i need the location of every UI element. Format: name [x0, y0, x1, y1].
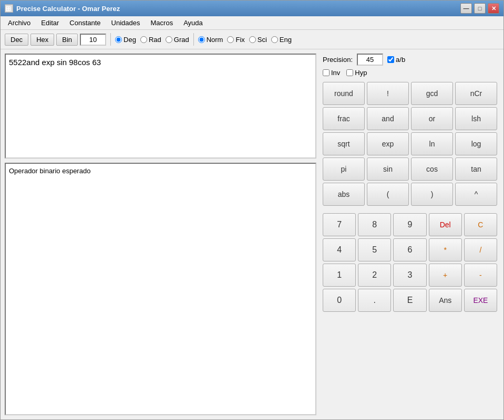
sci-radio[interactable] — [249, 36, 256, 43]
seven-button[interactable]: 7 — [323, 213, 356, 236]
gcd-button[interactable]: gcd — [411, 82, 453, 105]
toolbar: Dec Hex Bin Deg Rad Grad Norm — [1, 30, 503, 49]
norm-label: Norm — [207, 36, 223, 44]
minus-button[interactable]: - — [464, 264, 497, 287]
menu-macros[interactable]: Macros — [146, 18, 179, 28]
eng-radio[interactable] — [271, 36, 278, 43]
dec-button[interactable]: Dec — [5, 34, 28, 46]
rad-radio-label[interactable]: Rad — [140, 36, 161, 44]
precision-input[interactable] — [357, 54, 383, 66]
main-content: 5522and exp sin 98cos 63 Operador binari… — [1, 49, 503, 419]
zero-button[interactable]: 0 — [323, 289, 356, 312]
menu-unidades[interactable]: Unidades — [106, 18, 146, 28]
five-button[interactable]: 5 — [358, 238, 391, 261]
inv-checkbox-label[interactable]: Inv — [323, 69, 340, 77]
window-title: Precise Calculator - Omar Perez — [16, 5, 460, 13]
inv-checkbox[interactable] — [323, 69, 330, 76]
pi-button[interactable]: pi — [323, 158, 365, 181]
plus-button[interactable]: + — [429, 264, 462, 287]
eight-button[interactable]: 8 — [358, 213, 391, 236]
hyp-checkbox-label[interactable]: Hyp — [346, 69, 367, 77]
inv-hyp-row: Inv Hyp — [321, 69, 499, 77]
angle-group: Deg Rad Grad — [115, 36, 189, 44]
menu-archivo[interactable]: Archivo — [3, 18, 36, 28]
notation-group: Norm Fix Sci Eng — [198, 36, 292, 44]
precision-row: Precision: a/b — [321, 54, 499, 66]
bin-button[interactable]: Bin — [56, 34, 78, 46]
minimize-button[interactable]: — — [460, 3, 472, 14]
frac-button[interactable]: frac — [323, 107, 365, 130]
hyp-checkbox[interactable] — [346, 69, 353, 76]
e-button[interactable]: E — [393, 289, 426, 312]
grad-radio-label[interactable]: Grad — [166, 36, 189, 44]
nine-button[interactable]: 9 — [393, 213, 426, 236]
norm-radio[interactable] — [198, 36, 205, 43]
divide-button[interactable]: / — [464, 238, 497, 261]
eng-label: Eng — [280, 36, 292, 44]
or-button[interactable]: or — [411, 107, 453, 130]
exe-button[interactable]: EXE — [464, 289, 497, 312]
ab-checkbox[interactable] — [387, 56, 394, 63]
two-button[interactable]: 2 — [358, 264, 391, 287]
separator-2 — [193, 33, 194, 46]
ans-button[interactable]: Ans — [429, 289, 462, 312]
exp-button[interactable]: exp — [367, 132, 409, 155]
three-button[interactable]: 3 — [393, 264, 426, 287]
precision-label: Precision: — [323, 56, 353, 64]
four-button[interactable]: 4 — [323, 238, 356, 261]
menu-constante[interactable]: Constante — [64, 18, 106, 28]
six-button[interactable]: 6 — [393, 238, 426, 261]
hex-button[interactable]: Hex — [30, 34, 54, 46]
dot-button[interactable]: . — [358, 289, 391, 312]
separator-1 — [110, 33, 111, 46]
menu-editar[interactable]: Editar — [36, 18, 64, 28]
eng-radio-label[interactable]: Eng — [271, 36, 292, 44]
sci-label: Sci — [258, 36, 267, 44]
lsh-button[interactable]: lsh — [455, 107, 497, 130]
one-button[interactable]: 1 — [323, 264, 356, 287]
deg-label: Deg — [124, 36, 136, 44]
fix-radio[interactable] — [227, 36, 234, 43]
maximize-button[interactable]: □ — [474, 3, 486, 14]
ab-checkbox-label[interactable]: a/b — [387, 56, 405, 64]
expression-display[interactable]: 5522and exp sin 98cos 63 — [5, 54, 316, 159]
window-controls: — □ ✕ — [460, 3, 499, 14]
result-display: Operador binario esperado — [5, 163, 316, 415]
app-window: ⊞ Precise Calculator - Omar Perez — □ ✕ … — [0, 0, 504, 420]
close-paren-button[interactable]: ) — [411, 183, 453, 206]
rad-radio[interactable] — [140, 36, 147, 43]
digits-input[interactable] — [80, 34, 106, 46]
ln-button[interactable]: ln — [411, 132, 453, 155]
multiply-button[interactable]: * — [429, 238, 462, 261]
round-button[interactable]: round — [323, 82, 365, 105]
deg-radio-label[interactable]: Deg — [115, 36, 136, 44]
menu-bar: Archivo Editar Constante Unidades Macros… — [1, 16, 503, 30]
factorial-button[interactable]: ! — [367, 82, 409, 105]
hyp-label: Hyp — [355, 69, 367, 77]
right-panel: Precision: a/b Inv Hyp round!gc — [321, 54, 499, 415]
inv-label: Inv — [331, 69, 340, 77]
close-button[interactable]: ✕ — [488, 3, 499, 14]
norm-radio-label[interactable]: Norm — [198, 36, 223, 44]
power-button[interactable]: ^ — [455, 183, 497, 206]
fix-radio-label[interactable]: Fix — [227, 36, 244, 44]
log-button[interactable]: log — [455, 132, 497, 155]
cos-button[interactable]: cos — [411, 158, 453, 181]
grad-radio[interactable] — [166, 36, 172, 43]
sqrt-button[interactable]: sqrt — [323, 132, 365, 155]
ab-label: a/b — [396, 56, 405, 64]
deg-radio[interactable] — [115, 36, 122, 43]
open-paren-button[interactable]: ( — [367, 183, 409, 206]
tan-button[interactable]: tan — [455, 158, 497, 181]
menu-ayuda[interactable]: Ayuda — [178, 18, 208, 28]
abs-button[interactable]: abs — [323, 183, 365, 206]
rad-label: Rad — [149, 36, 161, 44]
fix-label: Fix — [235, 36, 244, 44]
left-panel: 5522and exp sin 98cos 63 Operador binari… — [5, 54, 316, 415]
ncr-button[interactable]: nCr — [455, 82, 497, 105]
sin-button[interactable]: sin — [367, 158, 409, 181]
and-button[interactable]: and — [367, 107, 409, 130]
sci-radio-label[interactable]: Sci — [249, 36, 267, 44]
del-button[interactable]: Del — [429, 213, 462, 236]
c-button[interactable]: C — [464, 213, 497, 236]
